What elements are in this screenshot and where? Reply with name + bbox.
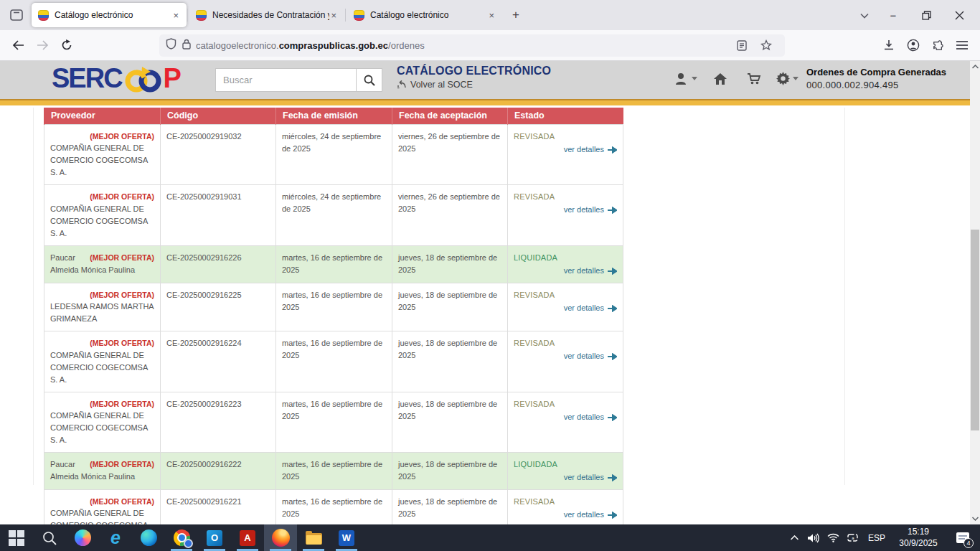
chevron-down-icon bbox=[793, 77, 798, 80]
taskbar-search-button[interactable] bbox=[33, 524, 66, 551]
edge-button[interactable] bbox=[132, 524, 165, 551]
downloads-icon[interactable] bbox=[877, 34, 901, 57]
reload-button[interactable] bbox=[55, 34, 79, 57]
provider-name: COMPAÑIA GENERAL DE COMERCIO COGECOMSA S… bbox=[50, 351, 148, 384]
table-row: (MEJOR OFERTA)COMPAÑIA GENERAL DE COMERC… bbox=[44, 331, 623, 392]
status-cell: REVISADA ver detalles bbox=[508, 392, 623, 452]
volume-icon[interactable] bbox=[804, 524, 824, 551]
arrow-right-icon bbox=[608, 414, 617, 421]
issue-date: martes, 16 de septiembre de 2025 bbox=[276, 245, 392, 283]
volver-al-soce-link[interactable]: Volver al SOCE bbox=[397, 80, 551, 90]
home-icon bbox=[713, 72, 727, 85]
ver-detalles-link[interactable]: ver detalles bbox=[564, 266, 604, 275]
ver-detalles-link[interactable]: ver detalles bbox=[564, 145, 604, 154]
tab-close-icon[interactable]: × bbox=[329, 10, 338, 21]
status-cell: LIQUIDADA ver detalles bbox=[508, 453, 623, 490]
browser-tab-1[interactable]: Catálogo electrónico × bbox=[32, 3, 187, 27]
scroll-down-arrow[interactable] bbox=[970, 513, 980, 524]
wifi-icon[interactable] bbox=[824, 524, 843, 551]
status-cell: REVISADA ver detalles bbox=[508, 331, 623, 392]
close-window-button[interactable] bbox=[943, 0, 976, 30]
provider-cell: (MEJOR OFERTA)COMPAÑIA GENERAL DE COMERC… bbox=[44, 331, 161, 392]
user-menu-button[interactable] bbox=[669, 72, 703, 85]
provider-name: COMPAÑIA GENERAL DE COMERCIO COGECOMSA S… bbox=[50, 204, 148, 237]
provider-cell: (MEJOR OFERTA)LEDESMA RAMOS MARTHA GRIMA… bbox=[44, 283, 161, 331]
tab-close-icon[interactable]: × bbox=[487, 10, 496, 21]
best-offer-label: (MEJOR OFERTA) bbox=[90, 337, 154, 349]
restore-button[interactable] bbox=[910, 0, 943, 30]
new-tab-button[interactable]: + bbox=[505, 4, 527, 26]
status-label: REVISADA bbox=[514, 398, 617, 410]
forward-button[interactable] bbox=[30, 34, 55, 57]
page-scrollbar[interactable] bbox=[970, 61, 980, 524]
scrollbar-thumb[interactable] bbox=[971, 230, 979, 430]
outlook-icon: O bbox=[207, 530, 222, 546]
extensions-puzzle-icon[interactable] bbox=[925, 34, 950, 57]
menu-hamburger-icon[interactable] bbox=[950, 34, 974, 57]
tracking-shield-icon[interactable] bbox=[166, 38, 176, 52]
home-button[interactable] bbox=[703, 72, 737, 85]
internet-explorer-icon: e bbox=[110, 529, 121, 547]
back-button[interactable] bbox=[6, 34, 30, 57]
accept-date: jueves, 18 de septiembre de 2025 bbox=[392, 392, 508, 452]
browser-tab-bar: Catálogo electrónico × Necesidades de Co… bbox=[0, 0, 980, 30]
url-bar[interactable]: catalogoelectronico.compraspublicas.gob.… bbox=[159, 34, 785, 57]
search-icon bbox=[42, 531, 57, 545]
reader-mode-icon[interactable] bbox=[730, 34, 754, 57]
bookmark-star-icon[interactable] bbox=[754, 34, 778, 57]
provider-name: COMPAÑIA GENERAL DE COMERCIO COGECOMSA S… bbox=[50, 143, 148, 176]
provider-name: LEDESMA RAMOS MARTHA GRIMANEZA bbox=[50, 302, 154, 323]
search-button[interactable] bbox=[357, 68, 382, 92]
start-button[interactable] bbox=[0, 524, 33, 551]
status-label: LIQUIDADA bbox=[514, 458, 617, 471]
provider-name: COMPAÑIA GENERAL DE COMERCIO COGECOMSA S… bbox=[50, 411, 148, 444]
accept-date: jueves, 18 de septiembre de 2025 bbox=[392, 453, 508, 490]
table-row: (MEJOR OFERTA)COMPAÑIA GENERAL DE COMERC… bbox=[44, 125, 623, 185]
orders-generated-number: 000.000.002.904.495 bbox=[806, 80, 946, 90]
settings-menu-button[interactable] bbox=[771, 72, 804, 85]
browser-tab-2[interactable]: Necesidades de Contratación y × bbox=[189, 3, 344, 27]
arrow-right-icon bbox=[608, 353, 617, 360]
search-input[interactable] bbox=[215, 68, 357, 92]
file-explorer-button[interactable] bbox=[297, 524, 330, 551]
chrome-button[interactable] bbox=[165, 524, 198, 551]
list-all-tabs-chevron-icon[interactable] bbox=[852, 9, 877, 22]
notifications-button[interactable]: 4 bbox=[946, 524, 980, 551]
lock-icon[interactable] bbox=[182, 39, 191, 52]
copilot-button[interactable] bbox=[66, 524, 99, 551]
arrow-right-icon bbox=[608, 146, 617, 154]
provider-cell: (MEJOR OFERTA)COMPAÑIA GENERAL DE COMERC… bbox=[44, 392, 161, 452]
ver-detalles-link[interactable]: ver detalles bbox=[564, 205, 604, 214]
accept-date: jueves, 18 de septiembre de 2025 bbox=[392, 331, 508, 392]
ver-detalles-link[interactable]: ver detalles bbox=[564, 473, 604, 481]
best-offer-label: (MEJOR OFERTA) bbox=[90, 458, 154, 470]
browser-tab-3[interactable]: Catálogo electrónico × bbox=[347, 3, 502, 27]
display-connect-icon[interactable]: a bbox=[843, 524, 862, 551]
column-header: Código bbox=[161, 108, 276, 125]
scroll-up-arrow[interactable] bbox=[970, 61, 980, 72]
clock[interactable]: 15:19 30/9/2025 bbox=[891, 524, 946, 551]
word-button[interactable]: W bbox=[330, 524, 363, 551]
minimize-button[interactable]: − bbox=[877, 0, 910, 30]
acrobat-button[interactable]: A bbox=[231, 524, 264, 551]
edge-icon bbox=[141, 529, 157, 546]
arrow-right-icon bbox=[608, 512, 617, 519]
account-icon[interactable] bbox=[901, 34, 925, 57]
outlook-button[interactable]: O bbox=[198, 524, 231, 551]
issue-date: miércoles, 24 de septiembre de 2025 bbox=[276, 185, 392, 245]
best-offer-label: (MEJOR OFERTA) bbox=[90, 191, 154, 202]
firefox-view-button[interactable] bbox=[4, 4, 29, 26]
ver-detalles-link[interactable]: ver detalles bbox=[564, 352, 604, 360]
tab-title: Catálogo electrónico bbox=[55, 10, 171, 20]
tray-chevron-up[interactable] bbox=[785, 524, 804, 551]
firefox-button[interactable] bbox=[264, 524, 297, 551]
site-favicon bbox=[196, 10, 207, 21]
ver-detalles-link[interactable]: ver detalles bbox=[564, 413, 604, 421]
ver-detalles-link[interactable]: ver detalles bbox=[564, 510, 604, 519]
internet-explorer-button[interactable]: e bbox=[99, 524, 132, 551]
status-cell: REVISADA ver detalles bbox=[508, 185, 623, 245]
cart-button[interactable] bbox=[737, 72, 771, 85]
language-indicator[interactable]: ESP bbox=[862, 524, 891, 551]
ver-detalles-link[interactable]: ver detalles bbox=[564, 303, 604, 312]
tab-close-icon[interactable]: × bbox=[171, 10, 180, 21]
